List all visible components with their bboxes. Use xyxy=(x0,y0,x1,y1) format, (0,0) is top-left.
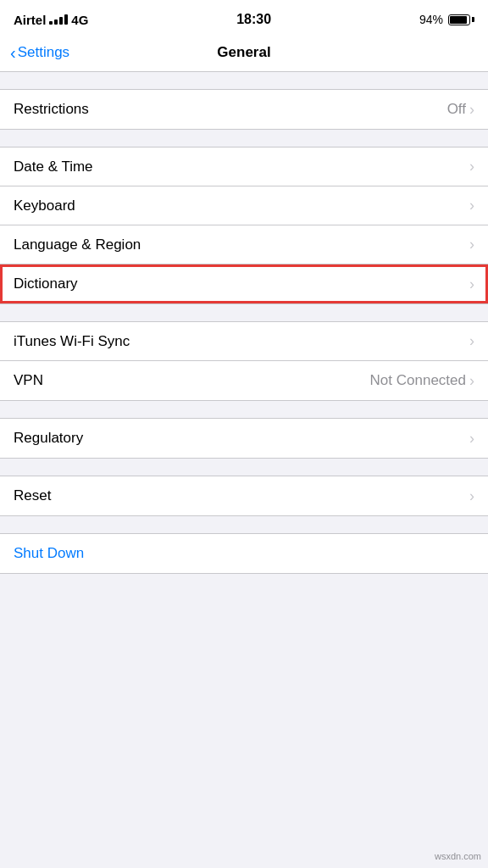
row-value-restrictions: Off xyxy=(447,101,466,118)
row-keyboard[interactable]: Keyboard› xyxy=(0,186,488,225)
carrier-label: Airtel xyxy=(14,13,46,27)
list-itunes-section: iTunes Wi-Fi Sync›VPNNot Connected› xyxy=(0,321,488,401)
row-dictionary[interactable]: Dictionary› xyxy=(0,264,488,303)
row-vpn[interactable]: VPNNot Connected› xyxy=(0,361,488,400)
list-restrictions-section: RestrictionsOff› xyxy=(0,89,488,130)
row-left-date-time: Date & Time xyxy=(14,159,469,175)
row-shut-down[interactable]: Shut Down xyxy=(0,534,488,573)
chevron-right-icon-date-time: › xyxy=(469,158,474,175)
back-label: Settings xyxy=(18,44,69,61)
signal-bar-2 xyxy=(54,19,58,25)
status-time: 18:30 xyxy=(236,12,271,27)
row-regulatory[interactable]: Regulatory› xyxy=(0,419,488,458)
battery-fill xyxy=(450,16,467,24)
row-label-keyboard: Keyboard xyxy=(14,198,469,214)
row-itunes-wifi-sync[interactable]: iTunes Wi-Fi Sync› xyxy=(0,322,488,361)
section-datetime-section: Date & Time›Keyboard›Language & Region›D… xyxy=(0,147,488,304)
row-right-restrictions: Off› xyxy=(447,101,474,119)
status-right: 94% xyxy=(419,13,474,26)
list-shutdown-section: Shut Down xyxy=(0,533,488,574)
chevron-right-icon-dictionary: › xyxy=(469,275,474,293)
row-right-keyboard: › xyxy=(469,197,474,214)
row-left-regulatory: Regulatory xyxy=(14,430,469,447)
row-left-restrictions: Restrictions xyxy=(14,101,447,118)
signal-bars xyxy=(49,14,68,25)
row-left-keyboard: Keyboard xyxy=(14,198,469,214)
row-reset[interactable]: Reset› xyxy=(0,476,488,515)
row-left-language-region: Language & Region xyxy=(14,236,469,253)
row-left-shut-down: Shut Down xyxy=(14,545,474,562)
nav-bar: ‹ Settings General xyxy=(0,37,488,72)
row-label-shut-down: Shut Down xyxy=(14,545,474,562)
back-button[interactable]: ‹ Settings xyxy=(10,44,69,61)
row-left-dictionary: Dictionary xyxy=(14,275,469,292)
list-reset-section: Reset› xyxy=(0,476,488,516)
row-language-region[interactable]: Language & Region› xyxy=(0,225,488,264)
section-reset-section: Reset› xyxy=(0,476,488,516)
watermark: wsxdn.com xyxy=(435,851,481,861)
settings-sections: RestrictionsOff›Date & Time›Keyboard›Lan… xyxy=(0,89,488,574)
row-right-reset: › xyxy=(469,487,474,505)
signal-bar-4 xyxy=(64,14,68,25)
row-right-language-region: › xyxy=(469,236,474,253)
chevron-right-icon-reset: › xyxy=(469,487,474,505)
row-left-reset: Reset xyxy=(14,487,469,504)
signal-bar-1 xyxy=(49,21,53,25)
section-itunes-section: iTunes Wi-Fi Sync›VPNNot Connected› xyxy=(0,321,488,401)
row-label-dictionary: Dictionary xyxy=(14,275,469,292)
row-date-time[interactable]: Date & Time› xyxy=(0,147,488,186)
row-label-language-region: Language & Region xyxy=(14,236,469,253)
battery-percent-label: 94% xyxy=(419,13,443,26)
list-datetime-section: Date & Time›Keyboard›Language & Region›D… xyxy=(0,147,488,304)
section-shutdown-section: Shut Down xyxy=(0,533,488,574)
row-right-regulatory: › xyxy=(469,430,474,448)
row-label-reset: Reset xyxy=(14,487,469,504)
chevron-right-icon-restrictions: › xyxy=(469,101,474,119)
row-label-date-time: Date & Time xyxy=(14,159,469,175)
row-left-vpn: VPN xyxy=(14,372,370,389)
network-type-label: 4G xyxy=(71,13,88,27)
chevron-right-icon-itunes-wifi-sync: › xyxy=(469,332,474,350)
row-right-itunes-wifi-sync: › xyxy=(469,332,474,350)
page-title: General xyxy=(217,44,270,61)
battery-body xyxy=(448,14,470,25)
row-label-regulatory: Regulatory xyxy=(14,430,469,447)
back-chevron-icon: ‹ xyxy=(10,44,16,61)
battery-icon xyxy=(448,14,474,25)
chevron-right-icon-regulatory: › xyxy=(469,430,474,448)
chevron-right-icon-vpn: › xyxy=(469,372,474,390)
battery-tip xyxy=(472,17,474,22)
row-label-itunes-wifi-sync: iTunes Wi-Fi Sync xyxy=(14,333,469,350)
signal-bar-3 xyxy=(59,17,63,25)
section-regulatory-section: Regulatory› xyxy=(0,418,488,459)
row-right-vpn: Not Connected› xyxy=(370,372,474,390)
chevron-right-icon-language-region: › xyxy=(469,236,474,253)
row-right-date-time: › xyxy=(469,158,474,175)
row-label-restrictions: Restrictions xyxy=(14,101,447,118)
status-bar: Airtel 4G 18:30 94% xyxy=(0,0,488,37)
row-value-vpn: Not Connected xyxy=(370,372,466,389)
section-restrictions-section: RestrictionsOff› xyxy=(0,89,488,130)
status-left: Airtel 4G xyxy=(14,13,88,27)
chevron-right-icon-keyboard: › xyxy=(469,197,474,214)
row-left-itunes-wifi-sync: iTunes Wi-Fi Sync xyxy=(14,333,469,350)
row-right-dictionary: › xyxy=(469,275,474,293)
row-restrictions[interactable]: RestrictionsOff› xyxy=(0,90,488,129)
row-label-vpn: VPN xyxy=(14,372,370,389)
list-regulatory-section: Regulatory› xyxy=(0,418,488,459)
